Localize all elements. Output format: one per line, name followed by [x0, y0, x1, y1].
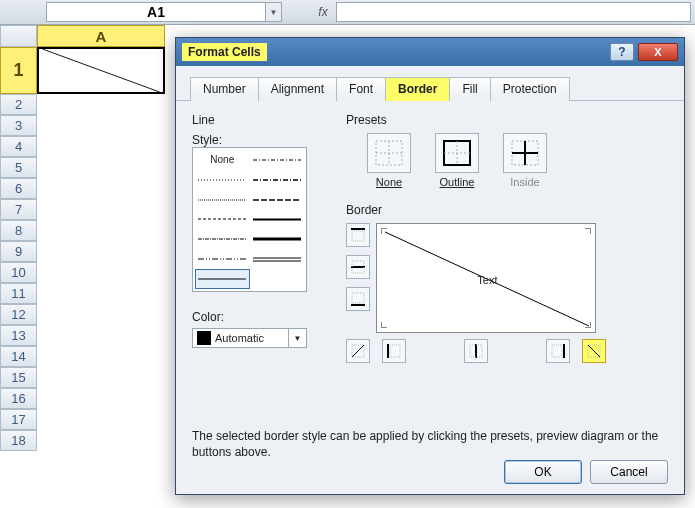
color-dropdown[interactable]: Automatic ▼	[192, 328, 307, 348]
row-header[interactable]: 13	[0, 325, 37, 346]
line-style-option[interactable]	[250, 269, 305, 289]
row-header[interactable]: 16	[0, 388, 37, 409]
border-bottom-button[interactable]	[346, 287, 370, 311]
border-preview[interactable]: Text	[376, 223, 596, 333]
row-header[interactable]: 11	[0, 283, 37, 304]
border-group: Border Text	[346, 203, 646, 363]
help-button[interactable]: ?	[610, 43, 634, 61]
tab-protection[interactable]: Protection	[490, 77, 570, 101]
line-style-option[interactable]	[250, 210, 305, 230]
row-header[interactable]: 15	[0, 367, 37, 388]
line-style-option[interactable]	[250, 170, 305, 190]
line-style-option[interactable]	[250, 249, 305, 269]
cell-A1[interactable]	[37, 47, 165, 94]
line-style-option[interactable]	[195, 269, 250, 289]
select-all-corner[interactable]	[0, 25, 37, 47]
dialog-title: Format Cells	[182, 43, 267, 61]
line-group: Line Style: None Color:	[192, 113, 332, 348]
row-header-1[interactable]: 1	[0, 47, 37, 94]
preset-inside-button[interactable]	[503, 133, 547, 173]
dialog-titlebar[interactable]: Format Cells ? X	[176, 38, 684, 66]
line-style-option[interactable]	[195, 229, 250, 249]
line-style-option[interactable]	[195, 249, 250, 269]
row-header[interactable]: 3	[0, 115, 37, 136]
row-header[interactable]: 17	[0, 409, 37, 430]
border-middle-h-button[interactable]	[346, 255, 370, 279]
row-header[interactable]: 5	[0, 157, 37, 178]
border-diag-up-button[interactable]	[346, 339, 370, 363]
formula-bar: A1 ▼ fx	[0, 0, 695, 25]
row-header[interactable]: 8	[0, 220, 37, 241]
row-header[interactable]: 12	[0, 304, 37, 325]
preview-text: Text	[477, 274, 497, 286]
border-top-button[interactable]	[346, 223, 370, 247]
row-header[interactable]: 7	[0, 199, 37, 220]
preset-none-button[interactable]	[367, 133, 411, 173]
svg-rect-37	[552, 345, 562, 357]
border-diag-down-button[interactable]	[582, 339, 606, 363]
row-header[interactable]: 18	[0, 430, 37, 451]
line-group-title: Line	[192, 113, 332, 127]
color-label: Color:	[192, 310, 332, 324]
presets-group: Presets None Outline Inside	[346, 113, 646, 188]
preset-none-label: None	[376, 176, 402, 188]
tab-font[interactable]: Font	[336, 77, 386, 101]
column-header-A[interactable]: A	[37, 25, 165, 47]
row-header[interactable]: 14	[0, 346, 37, 367]
color-value: Automatic	[215, 332, 288, 344]
chevron-down-icon: ▼	[288, 329, 306, 347]
name-box[interactable]: A1	[46, 2, 266, 22]
description-text: The selected border style can be applied…	[192, 429, 662, 460]
line-style-option[interactable]	[195, 190, 250, 210]
line-style-option[interactable]	[195, 170, 250, 190]
ok-button[interactable]: OK	[504, 460, 582, 484]
line-style-option[interactable]	[250, 229, 305, 249]
tab-alignment[interactable]: Alignment	[258, 77, 337, 101]
line-style-picker[interactable]: None	[192, 147, 307, 292]
row-header[interactable]: 9	[0, 241, 37, 262]
row-header[interactable]: 2	[0, 94, 37, 115]
preset-inside-label: Inside	[510, 176, 539, 188]
svg-line-0	[42, 49, 159, 92]
style-label: Style:	[192, 133, 332, 147]
border-left-button[interactable]	[382, 339, 406, 363]
svg-rect-33	[390, 345, 400, 357]
svg-line-39	[588, 345, 600, 357]
line-style-none[interactable]: None	[195, 150, 250, 170]
border-group-title: Border	[346, 203, 646, 217]
name-box-dropdown[interactable]: ▼	[266, 2, 282, 22]
tab-strip: Number Alignment Font Border Fill Protec…	[176, 66, 684, 101]
line-style-option[interactable]	[250, 150, 305, 170]
line-style-option[interactable]	[195, 210, 250, 230]
svg-line-31	[352, 345, 364, 357]
format-cells-dialog: Format Cells ? X Number Alignment Font B…	[175, 37, 685, 495]
border-right-button[interactable]	[546, 339, 570, 363]
tab-border[interactable]: Border	[385, 77, 450, 101]
presets-group-title: Presets	[346, 113, 646, 127]
row-header[interactable]: 4	[0, 136, 37, 157]
dialog-footer: OK Cancel	[504, 460, 668, 484]
svg-rect-24	[352, 231, 364, 241]
color-swatch	[197, 331, 211, 345]
border-middle-v-button[interactable]	[464, 339, 488, 363]
close-button[interactable]: X	[638, 43, 678, 61]
preset-outline-button[interactable]	[435, 133, 479, 173]
fx-icon[interactable]: fx	[312, 2, 334, 22]
cancel-button[interactable]: Cancel	[590, 460, 668, 484]
formula-input[interactable]	[336, 2, 691, 22]
dialog-body: Line Style: None Color:	[176, 101, 684, 451]
tab-number[interactable]: Number	[190, 77, 259, 101]
tab-fill[interactable]: Fill	[449, 77, 490, 101]
row-header[interactable]: 6	[0, 178, 37, 199]
row-header[interactable]: 10	[0, 262, 37, 283]
line-style-option[interactable]	[250, 190, 305, 210]
svg-rect-28	[352, 293, 364, 303]
preset-outline-label: Outline	[440, 176, 475, 188]
